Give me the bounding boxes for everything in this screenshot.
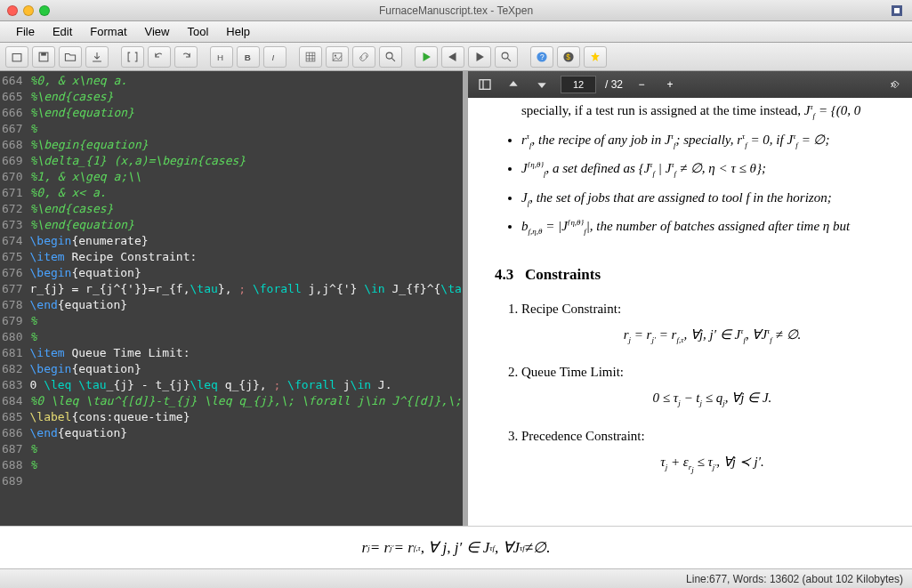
help-button[interactable]: ? bbox=[530, 46, 553, 68]
page-number-input[interactable] bbox=[561, 76, 596, 93]
status-text: Line:677, Words: 13602 (about 102 Kiloby… bbox=[686, 573, 903, 585]
svg-text:»: » bbox=[891, 78, 897, 91]
svg-rect-6 bbox=[306, 52, 315, 61]
table-button[interactable] bbox=[299, 46, 322, 68]
svg-rect-15 bbox=[480, 80, 490, 90]
pdf-preview-pane: / 32 − + » specially, if a test run is a… bbox=[468, 71, 912, 526]
zoom-in-icon[interactable]: + bbox=[660, 75, 680, 94]
image-button[interactable] bbox=[326, 46, 349, 68]
page-up-icon[interactable] bbox=[504, 75, 523, 94]
menu-view[interactable]: View bbox=[136, 22, 179, 41]
step-forward-button[interactable] bbox=[468, 46, 491, 68]
tools-icon[interactable]: » bbox=[885, 75, 905, 94]
zoom-out-icon[interactable]: − bbox=[632, 75, 651, 94]
export-button[interactable] bbox=[85, 46, 109, 68]
find-button[interactable] bbox=[495, 46, 518, 68]
run-button[interactable] bbox=[415, 46, 438, 68]
save-button[interactable] bbox=[32, 46, 55, 68]
statusbar: Line:677, Words: 13602 (about 102 Kiloby… bbox=[0, 568, 912, 588]
svg-point-10 bbox=[502, 52, 508, 59]
pdf-toolbar: / 32 − + » bbox=[468, 71, 912, 98]
equation-preview: rj = rj′ = rf,τ, ∀ j, j′ ∈ Jτf, ∀Jτf≠∅. bbox=[0, 526, 912, 568]
svg-rect-2 bbox=[41, 52, 46, 56]
file-open-button[interactable] bbox=[5, 46, 28, 68]
window-title: FurnaceManuscript.tex - TeXpen bbox=[379, 4, 533, 17]
code-area[interactable]: %0, & x\neq a.%\end{cases}%\end{equation… bbox=[26, 71, 463, 526]
zoom-window-button[interactable] bbox=[39, 5, 50, 16]
page-down-icon[interactable] bbox=[532, 75, 552, 94]
zoom-button[interactable] bbox=[379, 46, 402, 68]
menu-file[interactable]: File bbox=[7, 22, 44, 41]
star-button[interactable] bbox=[584, 46, 607, 68]
pdf-content[interactable]: specially, if a test run is assigned at … bbox=[468, 98, 912, 526]
menubar: FileEditFormatViewToolHelp bbox=[0, 21, 912, 43]
heading-button[interactable]: H bbox=[210, 46, 233, 68]
step-back-button[interactable] bbox=[441, 46, 464, 68]
svg-text:I: I bbox=[272, 52, 275, 61]
svg-text:H: H bbox=[217, 52, 223, 61]
svg-point-9 bbox=[386, 52, 392, 59]
brackets-button[interactable] bbox=[121, 46, 144, 68]
main-split: 6646656666676686696706716726736746756766… bbox=[0, 71, 912, 526]
undo-button[interactable] bbox=[148, 46, 171, 68]
menu-edit[interactable]: Edit bbox=[44, 22, 81, 41]
redo-button[interactable] bbox=[174, 46, 198, 68]
bold-button[interactable]: B bbox=[237, 46, 260, 68]
sidebar-toggle-icon[interactable] bbox=[475, 75, 495, 94]
menu-help[interactable]: Help bbox=[217, 22, 259, 41]
svg-text:B: B bbox=[245, 52, 251, 61]
editor-pane[interactable]: 6646656666676686696706716726736746756766… bbox=[0, 71, 463, 526]
menu-tool[interactable]: Tool bbox=[178, 22, 217, 41]
app-icon bbox=[889, 3, 905, 19]
folder-button[interactable] bbox=[59, 46, 82, 68]
toolbar: HBI?$ bbox=[0, 43, 912, 71]
close-window-button[interactable] bbox=[7, 5, 18, 16]
svg-text:$: $ bbox=[566, 52, 570, 60]
svg-rect-0 bbox=[12, 53, 21, 60]
page-total: / 32 bbox=[605, 78, 623, 91]
link-button[interactable] bbox=[352, 46, 375, 68]
sync-button[interactable]: $ bbox=[557, 46, 580, 68]
window-controls bbox=[0, 5, 50, 16]
line-gutter: 6646656666676686696706716726736746756766… bbox=[0, 71, 26, 526]
italic-button[interactable]: I bbox=[263, 46, 287, 68]
svg-text:?: ? bbox=[540, 52, 545, 60]
minimize-window-button[interactable] bbox=[23, 5, 34, 16]
svg-point-8 bbox=[335, 54, 336, 56]
titlebar: FurnaceManuscript.tex - TeXpen bbox=[0, 0, 912, 21]
menu-format[interactable]: Format bbox=[81, 22, 135, 41]
